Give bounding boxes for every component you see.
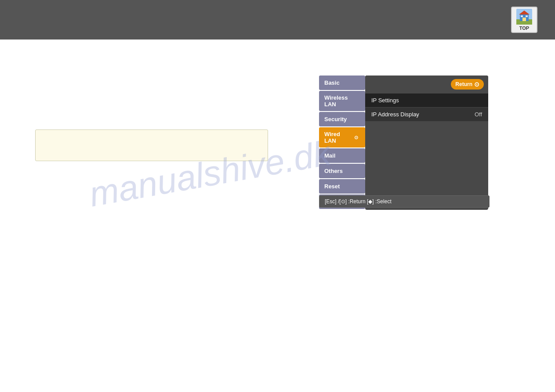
sidebar-item-wired-lan[interactable]: Wired LAN ⊙ xyxy=(319,127,365,147)
return-icon: ⊙ xyxy=(474,81,479,88)
sidebar-item-label-basic: Basic xyxy=(324,79,340,86)
sidebar-item-security[interactable]: Security xyxy=(319,112,365,126)
sidebar-item-reset[interactable]: Reset xyxy=(319,179,365,194)
submenu-header: Return ⊙ xyxy=(365,76,488,93)
wired-lan-icon: ⊙ xyxy=(352,133,360,141)
sidebar-item-label-wired-lan: Wired LAN xyxy=(324,131,352,144)
content-box xyxy=(35,129,268,161)
sidebar-item-label-mail: Mail xyxy=(324,152,335,159)
ip-settings-label: IP Settings xyxy=(371,97,399,104)
sidebar-item-others[interactable]: Others xyxy=(319,164,365,178)
top-label: TOP xyxy=(519,25,529,31)
return-button[interactable]: Return ⊙ xyxy=(451,79,484,90)
header-bar: TOP xyxy=(0,0,555,40)
submenu-item-ip-address-display[interactable]: IP Address Display Off xyxy=(365,108,488,121)
menu-container: Basic Wireless LAN Security Wired LAN ⊙ … xyxy=(319,76,488,210)
sidebar-item-mail[interactable]: Mail xyxy=(319,148,365,163)
status-text: [Esc] /[⊙] :Return [◆] :Select xyxy=(325,198,392,205)
sidebar-item-label-wireless-lan: Wireless LAN xyxy=(324,94,360,108)
return-label: Return xyxy=(455,81,472,87)
svg-rect-5 xyxy=(521,15,523,17)
svg-rect-4 xyxy=(522,18,526,21)
sidebar-item-label-others: Others xyxy=(324,168,343,174)
sidebar-item-wireless-lan[interactable]: Wireless LAN xyxy=(319,91,365,111)
status-bar: [Esc] /[⊙] :Return [◆] :Select xyxy=(319,195,490,208)
sidebar-item-basic[interactable]: Basic xyxy=(319,76,365,90)
svg-rect-6 xyxy=(526,15,528,17)
home-icon xyxy=(516,9,532,25)
sidebar-item-label-reset: Reset xyxy=(324,183,340,190)
submenu-item-ip-settings[interactable]: IP Settings xyxy=(365,94,488,107)
ip-address-display-label: IP Address Display xyxy=(371,111,419,118)
sidebar-item-label-security: Security xyxy=(324,116,347,122)
submenu-panel: Return ⊙ IP Settings IP Address Display … xyxy=(365,76,488,210)
menu-sidebar: Basic Wireless LAN Security Wired LAN ⊙ … xyxy=(319,76,365,210)
top-icon-button[interactable]: TOP xyxy=(511,7,537,33)
ip-address-display-value: Off xyxy=(475,111,482,118)
